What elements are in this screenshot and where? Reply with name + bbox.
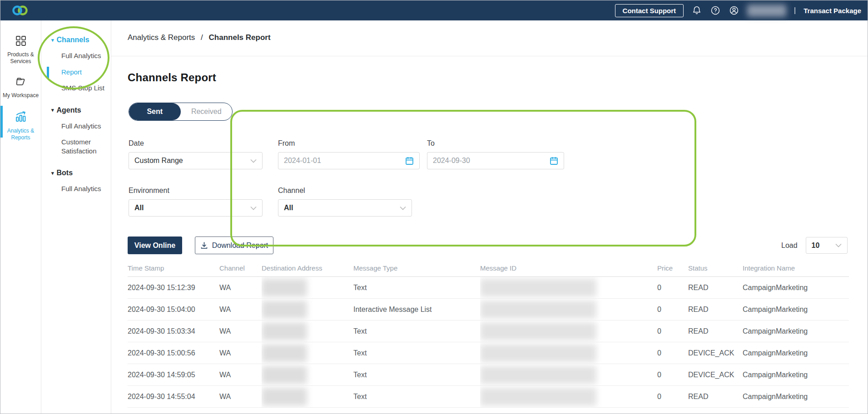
redacted-message-id: [480, 344, 596, 362]
toggle-sent[interactable]: Sent: [129, 103, 181, 120]
col-header-destination-address[interactable]: Destination Address: [262, 264, 353, 277]
breadcrumb-divider: [111, 56, 868, 56]
redacted-destination-address: [262, 388, 307, 406]
nav-group-channels: ▾ Channels Full Analytics Report SMS Sto…: [51, 36, 111, 93]
calendar-icon: [405, 156, 414, 165]
redacted-destination-address: [262, 322, 307, 340]
package-divider: |: [794, 6, 796, 15]
rail-label: Products & Services: [0, 51, 41, 65]
redacted-message-id: [480, 279, 596, 297]
col-header-time-stamp[interactable]: Time Stamp: [128, 264, 219, 277]
account-user-icon[interactable]: [729, 5, 739, 16]
cell-message-type: Interactive Message List: [353, 299, 480, 320]
load-count-select[interactable]: 10: [806, 237, 848, 254]
cell-price: 0: [657, 320, 688, 342]
brand-logo[interactable]: [11, 5, 30, 16]
environment-label: Environment: [129, 187, 169, 195]
col-header-message-id[interactable]: Message ID: [480, 264, 657, 277]
col-header-status[interactable]: Status: [688, 264, 743, 277]
direction-toggle: Sent Received: [129, 103, 233, 121]
breadcrumb-separator: /: [201, 33, 203, 42]
channel-select[interactable]: All: [278, 199, 412, 217]
notifications-bell-icon[interactable]: [691, 5, 702, 16]
report-sidenav: ▾ Channels Full Analytics Report SMS Sto…: [41, 20, 111, 414]
rail-label: My Workspace: [0, 92, 41, 99]
date-range-value: Custom Range: [134, 157, 250, 165]
table-row[interactable]: 2024-09-30 15:00:56 WA Text 0 DEVICE_ACK…: [128, 342, 849, 364]
col-header-price[interactable]: Price: [657, 264, 688, 277]
nav-item-sms-stop-list[interactable]: SMS Stop List: [51, 84, 105, 93]
chevron-down-icon: [250, 159, 257, 163]
nav-group-label: Agents: [57, 106, 81, 114]
report-table: Time Stamp Channel Destination Address M…: [128, 264, 849, 408]
nav-item-agents-full-analytics[interactable]: Full Analytics: [51, 122, 105, 131]
date-range-select[interactable]: Custom Range: [129, 152, 263, 169]
col-header-channel[interactable]: Channel: [219, 264, 262, 277]
nav-group-header-bots[interactable]: ▾ Bots: [51, 169, 111, 177]
to-date-input[interactable]: 2024-09-30: [427, 152, 564, 169]
environment-select[interactable]: All: [129, 199, 263, 217]
redacted-message-id: [480, 388, 596, 406]
cell-message-type: Text: [353, 320, 480, 342]
table-row[interactable]: 2024-09-30 15:04:00 WA Interactive Messa…: [128, 299, 849, 320]
nav-item-customer-satisfaction[interactable]: Customer Satisfaction: [51, 138, 105, 155]
cell-channel: WA: [219, 364, 262, 386]
view-online-button[interactable]: View Online: [128, 237, 182, 254]
toggle-received[interactable]: Received: [181, 103, 233, 120]
breadcrumb-parent-link[interactable]: Analytics & Reports: [128, 33, 195, 42]
load-control: Load 10: [781, 237, 848, 254]
cell-integration-name: CampaignMarketing: [743, 386, 849, 408]
cell-message-type: Text: [353, 364, 480, 386]
nav-group-header-agents[interactable]: ▾ Agents: [51, 106, 111, 114]
from-date-value: 2024-01-01: [284, 157, 405, 165]
table-row[interactable]: 2024-09-30 14:55:04 WA Text 0 READ Campa…: [128, 386, 849, 408]
cell-status: DEVICE_ACK: [688, 364, 743, 386]
col-header-integration-name[interactable]: Integration Name: [743, 264, 849, 277]
to-date-value: 2024-09-30: [433, 157, 550, 165]
nav-item-bots-full-analytics[interactable]: Full Analytics: [51, 184, 105, 193]
breadcrumb-current: Channels Report: [209, 33, 271, 42]
download-report-button[interactable]: Download Report: [195, 237, 273, 254]
nav-item-channels-report[interactable]: Report: [51, 68, 105, 77]
cell-status: READ: [688, 386, 743, 408]
from-date-input[interactable]: 2024-01-01: [278, 152, 420, 169]
cell-time-stamp: 2024-09-30 15:03:34: [128, 320, 219, 342]
load-count-value: 10: [812, 242, 835, 250]
help-icon[interactable]: [710, 5, 721, 16]
redacted-destination-address: [262, 301, 307, 319]
rail-label: Analytics & Reports: [0, 128, 41, 141]
cell-channel: WA: [219, 277, 262, 299]
cell-time-stamp: 2024-09-30 15:12:39: [128, 277, 219, 299]
nav-group-label: Bots: [57, 169, 73, 177]
contact-support-button[interactable]: Contact Support: [615, 4, 684, 17]
load-label: Load: [781, 242, 798, 250]
chevron-down-icon: [835, 243, 842, 247]
rail-item-analytics-reports[interactable]: Analytics & Reports: [0, 110, 41, 141]
cell-price: 0: [657, 364, 688, 386]
nav-item-channels-full-analytics[interactable]: Full Analytics: [51, 51, 105, 60]
date-label: Date: [129, 139, 144, 148]
table-row[interactable]: 2024-09-30 14:59:05 WA Text 0 DEVICE_ACK…: [128, 364, 849, 386]
table-row[interactable]: 2024-09-30 15:03:34 WA Text 0 READ Campa…: [128, 320, 849, 342]
download-report-label: Download Report: [212, 242, 268, 250]
cell-integration-name: CampaignMarketing: [743, 277, 849, 299]
cell-message-type: Text: [353, 386, 480, 408]
cell-channel: WA: [219, 299, 262, 320]
rail-item-my-workspace[interactable]: My Workspace: [0, 76, 41, 99]
channels-report-page: { "colors": { "navy": "#1F3B5C", "accent…: [0, 0, 868, 414]
cell-status: READ: [688, 299, 743, 320]
redacted-message-id: [480, 366, 596, 384]
from-label: From: [278, 139, 295, 148]
cell-message-type: Text: [353, 342, 480, 364]
calendar-icon: [550, 156, 558, 165]
rail-item-products-services[interactable]: Products & Services: [0, 35, 41, 65]
table-row[interactable]: 2024-09-30 15:12:39 WA Text 0 READ Campa…: [128, 277, 849, 299]
main-content: Analytics & Reports / Channels Report Ch…: [111, 20, 868, 414]
nav-group-bots: ▾ Bots Full Analytics: [51, 169, 111, 193]
cell-message-type: Text: [353, 277, 480, 299]
col-header-message-type[interactable]: Message Type: [353, 264, 480, 277]
annotation-rect-filters: [230, 110, 696, 246]
chevron-down-icon: [250, 206, 257, 210]
infinity-logo-icon: [11, 5, 30, 16]
nav-group-header-channels[interactable]: ▾ Channels: [51, 36, 111, 44]
